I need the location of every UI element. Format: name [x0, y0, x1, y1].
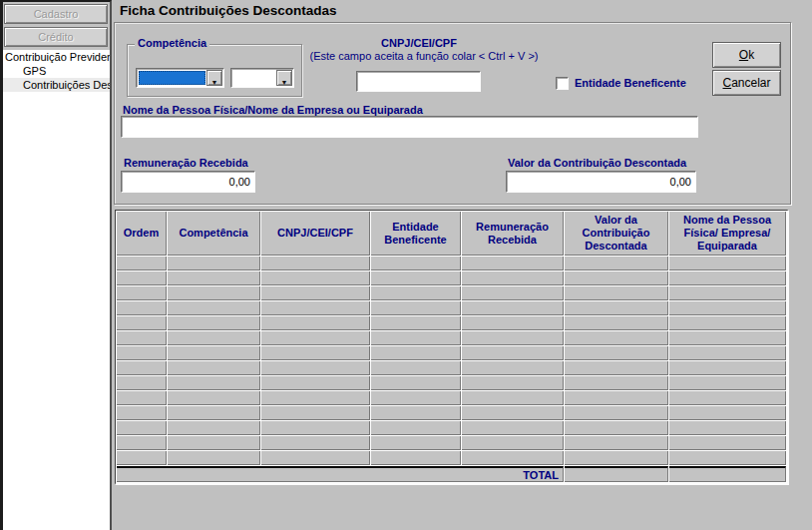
- table-cell[interactable]: [117, 301, 167, 315]
- tree-item-contribuicoes-descontadas[interactable]: Contribuições Des: [3, 78, 110, 92]
- table-cell[interactable]: [261, 376, 370, 390]
- table-row[interactable]: [117, 286, 786, 300]
- table-cell[interactable]: [462, 361, 564, 375]
- table-cell[interactable]: [371, 257, 461, 270]
- table-cell[interactable]: [168, 271, 260, 285]
- table-row[interactable]: [117, 376, 786, 390]
- table-row[interactable]: [117, 331, 786, 345]
- table-cell[interactable]: [669, 361, 786, 375]
- table-cell[interactable]: [168, 331, 260, 345]
- table-row[interactable]: [117, 257, 786, 270]
- table-cell[interactable]: [669, 331, 786, 345]
- entidade-beneficente-checkbox[interactable]: [556, 77, 569, 90]
- table-cell[interactable]: [371, 346, 461, 360]
- table-cell[interactable]: [669, 301, 786, 315]
- table-cell[interactable]: [117, 257, 167, 270]
- table-cell[interactable]: [117, 361, 167, 375]
- table-cell[interactable]: [117, 406, 167, 420]
- table-cell[interactable]: [117, 391, 167, 405]
- tree-item-contribuicao-previdenciaria[interactable]: Contribuição Previdenc: [3, 50, 110, 64]
- table-cell[interactable]: [168, 257, 260, 270]
- table-cell[interactable]: [462, 316, 564, 330]
- table-cell[interactable]: [565, 376, 668, 390]
- table-cell[interactable]: [565, 361, 668, 375]
- table-cell[interactable]: [168, 376, 260, 390]
- table-cell[interactable]: [168, 316, 260, 330]
- table-cell[interactable]: [168, 346, 260, 360]
- table-cell[interactable]: [168, 451, 260, 465]
- table-row[interactable]: [117, 301, 786, 315]
- table-cell[interactable]: [462, 421, 564, 435]
- table-row[interactable]: [117, 421, 786, 435]
- table-cell[interactable]: [371, 451, 461, 465]
- table-cell[interactable]: [462, 257, 564, 270]
- table-cell[interactable]: [462, 451, 564, 465]
- table-cell[interactable]: [117, 271, 167, 285]
- table-cell[interactable]: [371, 316, 461, 330]
- table-cell[interactable]: [371, 391, 461, 405]
- table-cell[interactable]: [168, 421, 260, 435]
- table-cell[interactable]: [565, 316, 668, 330]
- table-cell[interactable]: [462, 391, 564, 405]
- competencia-month-combobox[interactable]: ▼: [136, 68, 224, 88]
- table-cell[interactable]: [117, 436, 167, 450]
- table-cell[interactable]: [117, 451, 167, 465]
- table-cell[interactable]: [565, 286, 668, 300]
- valor-contribuicao-input[interactable]: [506, 171, 696, 193]
- table-cell[interactable]: [565, 391, 668, 405]
- table-cell[interactable]: [371, 286, 461, 300]
- table-cell[interactable]: [371, 436, 461, 450]
- table-cell[interactable]: [168, 436, 260, 450]
- table-cell[interactable]: [462, 346, 564, 360]
- table-cell[interactable]: [565, 451, 668, 465]
- table-cell[interactable]: [371, 421, 461, 435]
- table-cell[interactable]: [371, 361, 461, 375]
- table-cell[interactable]: [168, 406, 260, 420]
- table-cell[interactable]: [261, 391, 370, 405]
- table-cell[interactable]: [117, 346, 167, 360]
- table-cell[interactable]: [669, 421, 786, 435]
- table-cell[interactable]: [261, 346, 370, 360]
- table-cell[interactable]: [168, 361, 260, 375]
- table-cell[interactable]: [371, 271, 461, 285]
- table-cell[interactable]: [669, 406, 786, 420]
- table-cell[interactable]: [261, 436, 370, 450]
- table-cell[interactable]: [669, 376, 786, 390]
- table-cell[interactable]: [669, 257, 786, 270]
- sidebar-button-cadastro[interactable]: Cadastro: [4, 4, 108, 24]
- table-cell[interactable]: [462, 301, 564, 315]
- table-cell[interactable]: [261, 286, 370, 300]
- table-cell[interactable]: [669, 316, 786, 330]
- table-cell[interactable]: [117, 286, 167, 300]
- table-cell[interactable]: [462, 406, 564, 420]
- table-cell[interactable]: [565, 257, 668, 270]
- table-cell[interactable]: [371, 331, 461, 345]
- table-row[interactable]: [117, 361, 786, 375]
- table-row[interactable]: [117, 391, 786, 405]
- table-row[interactable]: [117, 436, 786, 450]
- table-cell[interactable]: [371, 301, 461, 315]
- sidebar-button-credito[interactable]: Crédito: [4, 27, 108, 47]
- nome-input[interactable]: [121, 116, 698, 138]
- table-cell[interactable]: [565, 421, 668, 435]
- table-cell[interactable]: [669, 451, 786, 465]
- table-row[interactable]: [117, 316, 786, 330]
- table-cell[interactable]: [565, 406, 668, 420]
- table-cell[interactable]: [669, 391, 786, 405]
- table-cell[interactable]: [261, 257, 370, 270]
- table-cell[interactable]: [261, 331, 370, 345]
- competencia-year-drop-button[interactable]: ▼: [276, 70, 292, 86]
- cancel-button[interactable]: Cancelar: [712, 70, 781, 96]
- cnpj-input[interactable]: [356, 71, 481, 92]
- table-cell[interactable]: [371, 406, 461, 420]
- table-cell[interactable]: [261, 361, 370, 375]
- table-cell[interactable]: [371, 376, 461, 390]
- table-row[interactable]: [117, 271, 786, 285]
- table-cell[interactable]: [117, 331, 167, 345]
- ok-button[interactable]: Ok: [712, 42, 781, 68]
- table-cell[interactable]: [117, 421, 167, 435]
- table-cell[interactable]: [565, 271, 668, 285]
- table-row[interactable]: [117, 451, 786, 465]
- table-cell[interactable]: [261, 421, 370, 435]
- table-cell[interactable]: [261, 316, 370, 330]
